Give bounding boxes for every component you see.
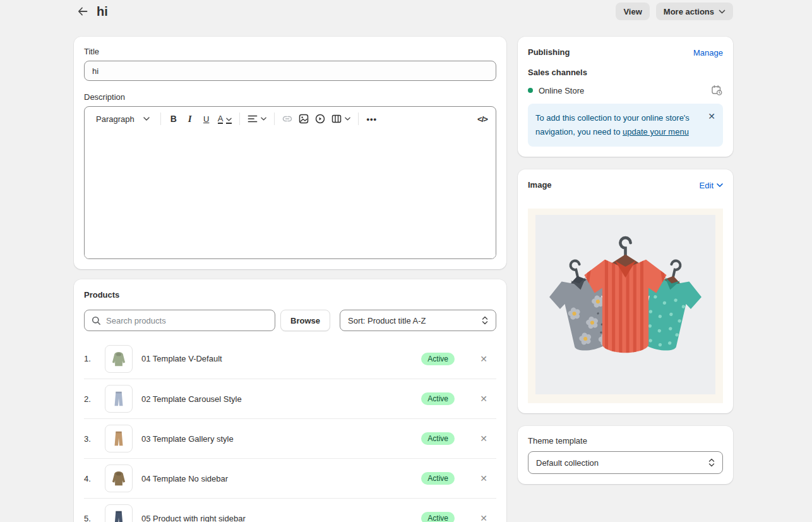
chevron-down-icon (226, 114, 232, 124)
bold-button[interactable]: B (165, 111, 182, 127)
row-index: 4. (84, 474, 105, 483)
theme-template-select[interactable]: Default collection (528, 451, 723, 474)
chevron-down-icon (345, 117, 350, 121)
product-thumbnail (105, 385, 133, 413)
toolbar-divider (358, 112, 359, 125)
row-index: 2. (84, 394, 105, 404)
remove-product-button[interactable]: ✕ (475, 470, 493, 487)
product-title: 02 Template Carousel Style (141, 394, 242, 404)
product-title: 05 Product with right sidebar (141, 514, 246, 522)
product-thumbnail (105, 464, 133, 492)
collection-image[interactable] (528, 209, 723, 403)
toolbar-divider (239, 112, 240, 125)
schedule-publish-button[interactable] (711, 85, 723, 96)
products-controls: Browse Sort: Product title A-Z (84, 310, 496, 331)
product-row: 3. 03 Template Gallery style Active ✕ (84, 418, 496, 458)
product-row: 4. 04 Template No sidebar Active ✕ (84, 458, 496, 498)
italic-button[interactable]: I (182, 111, 198, 127)
product-thumbnail (105, 504, 133, 522)
row-index: 3. (84, 434, 105, 444)
topbar: hi View More actions (0, 0, 812, 23)
link-button[interactable] (279, 111, 296, 127)
publishing-heading: Publishing (528, 47, 570, 58)
product-thumbnail (105, 345, 133, 373)
channel-name: Online Store (539, 86, 584, 95)
status-badge: Active (421, 392, 455, 405)
theme-template-card: Theme template Default collection (518, 426, 733, 484)
close-icon: ✕ (480, 434, 487, 444)
link-icon (282, 114, 292, 124)
search-icon (92, 316, 101, 325)
image-heading: Image (528, 179, 552, 191)
select-caret-icon (708, 458, 715, 467)
insert-video-button[interactable] (312, 111, 328, 127)
back-button[interactable] (74, 3, 92, 20)
close-icon: ✕ (480, 354, 487, 364)
remove-product-button[interactable]: ✕ (475, 350, 493, 368)
text-color-button[interactable]: A (215, 111, 236, 127)
select-caret-icon (482, 316, 488, 325)
insert-image-button[interactable] (296, 111, 312, 127)
browse-button[interactable]: Browse (280, 310, 330, 331)
sales-channels-label: Sales channels (528, 67, 723, 78)
product-search-box[interactable] (84, 310, 275, 331)
update-your-menu-link[interactable]: update your menu (623, 127, 689, 137)
close-icon: ✕ (480, 513, 487, 522)
product-list: 1. 01 Template V-Default Active ✕ 2. 02 … (84, 339, 496, 522)
theme-template-label: Theme template (528, 436, 723, 446)
remove-product-button[interactable]: ✕ (475, 390, 493, 408)
search-products-input[interactable] (106, 316, 268, 325)
title-label: Title (84, 47, 496, 57)
more-actions-button[interactable]: More actions (656, 3, 733, 20)
product-row: 2. 02 Template Carousel Style Active ✕ (84, 379, 496, 418)
underline-button[interactable]: U (198, 111, 215, 127)
product-row: 1. 01 Template V-Default Active ✕ (84, 339, 496, 379)
editor-toolbar: Paragraph B I U A (85, 107, 496, 131)
close-icon: ✕ (480, 473, 487, 483)
status-badge: Active (421, 472, 455, 485)
remove-product-button[interactable]: ✕ (475, 430, 493, 447)
shirts-illustration (535, 215, 715, 394)
topbar-actions: View More actions (616, 3, 733, 20)
product-title: 04 Template No sidebar (141, 474, 228, 483)
remove-product-button[interactable]: ✕ (475, 509, 493, 522)
edit-image-button[interactable]: Edit (700, 181, 723, 190)
channel-status-dot (528, 88, 533, 93)
sort-select-value: Sort: Product title A-Z (348, 316, 426, 325)
play-circle-icon (315, 114, 325, 124)
theme-template-value: Default collection (536, 458, 599, 468)
description-editor-area[interactable] (85, 131, 496, 258)
product-thumbnail (105, 425, 133, 452)
toolbar-divider (160, 112, 161, 125)
image-card: Image Edit (518, 169, 733, 413)
title-input[interactable] (84, 61, 496, 81)
close-icon: ✕ (480, 394, 487, 404)
more-formatting-button[interactable]: ••• (363, 111, 380, 127)
sort-select[interactable]: Sort: Product title A-Z (340, 310, 496, 331)
products-card: Products Browse Sort: Product title A-Z (74, 279, 506, 522)
products-heading: Products (84, 289, 496, 301)
table-icon (331, 114, 342, 124)
manage-link[interactable]: Manage (693, 48, 723, 58)
chevron-down-icon (717, 183, 723, 187)
paragraph-style-dropdown[interactable]: Paragraph (90, 111, 156, 127)
status-badge: Active (421, 353, 455, 365)
alignment-button[interactable] (244, 111, 270, 127)
image-icon (299, 114, 309, 124)
back-arrow-icon (77, 6, 88, 16)
banner-close-button[interactable]: ✕ (703, 111, 715, 121)
page-title: hi (97, 4, 108, 19)
product-title: 03 Template Gallery style (141, 434, 234, 444)
row-index: 1. (84, 354, 105, 363)
product-row: 5. 05 Product with right sidebar Active … (84, 498, 496, 522)
calendar-clock-icon (711, 85, 723, 96)
view-button[interactable]: View (616, 3, 649, 20)
row-index: 5. (84, 514, 105, 522)
publishing-card: Publishing Manage Sales channels Online … (518, 37, 733, 157)
chevron-down-icon (143, 117, 150, 121)
status-badge: Active (421, 432, 455, 445)
insert-table-button[interactable] (328, 111, 354, 127)
chevron-down-icon (261, 117, 266, 121)
show-html-button[interactable]: </> (474, 111, 491, 127)
info-banner: To add this collection to your online st… (528, 104, 723, 147)
